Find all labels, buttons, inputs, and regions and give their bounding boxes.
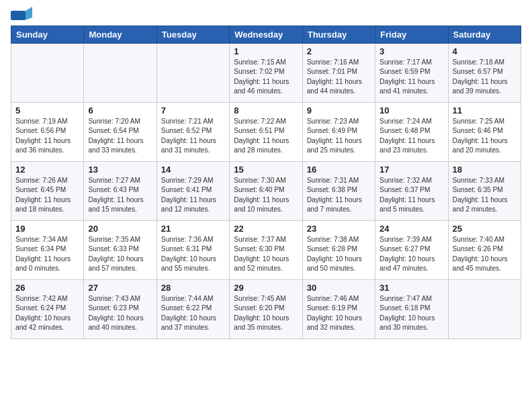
day-number: 13 (88, 165, 152, 175)
day-info: Sunrise: 7:40 AM Sunset: 6:26 PM Dayligh… (453, 235, 517, 273)
day-info: Sunrise: 7:45 AM Sunset: 6:20 PM Dayligh… (234, 294, 298, 332)
calendar-cell: 4Sunrise: 7:18 AM Sunset: 6:57 PM Daylig… (448, 44, 521, 103)
day-number: 27 (88, 283, 152, 293)
day-number: 5 (15, 105, 79, 116)
day-info: Sunrise: 7:37 AM Sunset: 6:30 PM Dayligh… (234, 235, 298, 273)
logo (11, 7, 35, 21)
calendar-cell: 3Sunrise: 7:17 AM Sunset: 6:59 PM Daylig… (375, 44, 448, 103)
day-number: 30 (307, 283, 371, 293)
calendar-cell: 29Sunrise: 7:45 AM Sunset: 6:20 PM Dayli… (230, 280, 302, 339)
week-row-4: 26Sunrise: 7:42 AM Sunset: 6:24 PM Dayli… (11, 280, 521, 339)
calendar-cell: 13Sunrise: 7:27 AM Sunset: 6:43 PM Dayli… (84, 162, 157, 221)
calendar-cell: 14Sunrise: 7:29 AM Sunset: 6:41 PM Dayli… (157, 162, 229, 221)
day-number: 10 (380, 105, 443, 116)
day-number: 21 (161, 224, 225, 234)
day-number: 12 (15, 165, 79, 175)
calendar-cell (157, 44, 229, 103)
weekday-header-monday: Monday (84, 26, 157, 44)
weekday-header-tuesday: Tuesday (157, 26, 229, 44)
day-number: 25 (453, 224, 517, 234)
day-number: 4 (453, 46, 517, 56)
day-number: 15 (234, 165, 298, 175)
calendar-cell: 27Sunrise: 7:43 AM Sunset: 6:23 PM Dayli… (84, 280, 157, 339)
day-number: 11 (453, 105, 517, 116)
day-number: 9 (307, 105, 371, 116)
weekday-header-sunday: Sunday (11, 26, 84, 44)
day-number: 24 (380, 224, 443, 234)
day-info: Sunrise: 7:15 AM Sunset: 7:02 PM Dayligh… (234, 58, 298, 96)
day-info: Sunrise: 7:43 AM Sunset: 6:23 PM Dayligh… (88, 294, 152, 332)
day-info: Sunrise: 7:20 AM Sunset: 6:54 PM Dayligh… (88, 117, 152, 155)
day-number: 22 (234, 224, 298, 234)
weekday-header-saturday: Saturday (448, 26, 521, 44)
calendar-cell: 2Sunrise: 7:16 AM Sunset: 7:01 PM Daylig… (302, 44, 375, 103)
day-info: Sunrise: 7:38 AM Sunset: 6:28 PM Dayligh… (307, 235, 371, 273)
calendar-cell: 25Sunrise: 7:40 AM Sunset: 6:26 PM Dayli… (448, 221, 521, 280)
calendar-cell: 21Sunrise: 7:36 AM Sunset: 6:31 PM Dayli… (157, 221, 229, 280)
calendar-cell: 10Sunrise: 7:24 AM Sunset: 6:48 PM Dayli… (375, 103, 448, 162)
day-info: Sunrise: 7:25 AM Sunset: 6:46 PM Dayligh… (453, 117, 517, 155)
day-number: 26 (15, 283, 79, 293)
day-number: 19 (15, 224, 79, 234)
calendar-cell: 11Sunrise: 7:25 AM Sunset: 6:46 PM Dayli… (448, 103, 521, 162)
svg-marker-1 (26, 7, 32, 20)
week-row-2: 12Sunrise: 7:26 AM Sunset: 6:45 PM Dayli… (11, 162, 521, 221)
calendar-cell: 24Sunrise: 7:39 AM Sunset: 6:27 PM Dayli… (375, 221, 448, 280)
day-info: Sunrise: 7:17 AM Sunset: 6:59 PM Dayligh… (380, 58, 443, 96)
day-info: Sunrise: 7:22 AM Sunset: 6:51 PM Dayligh… (234, 117, 298, 155)
day-number: 1 (234, 46, 298, 56)
day-number: 8 (234, 105, 298, 116)
header (11, 7, 521, 21)
day-number: 23 (307, 224, 371, 234)
day-info: Sunrise: 7:44 AM Sunset: 6:22 PM Dayligh… (161, 294, 225, 332)
calendar-cell: 12Sunrise: 7:26 AM Sunset: 6:45 PM Dayli… (11, 162, 84, 221)
page: SundayMondayTuesdayWednesdayThursdayFrid… (0, 0, 532, 411)
calendar-cell: 1Sunrise: 7:15 AM Sunset: 7:02 PM Daylig… (230, 44, 302, 103)
weekday-header-row: SundayMondayTuesdayWednesdayThursdayFrid… (11, 26, 521, 44)
calendar-cell: 19Sunrise: 7:34 AM Sunset: 6:34 PM Dayli… (11, 221, 84, 280)
calendar-cell: 5Sunrise: 7:19 AM Sunset: 6:56 PM Daylig… (11, 103, 84, 162)
logo-icon (11, 7, 32, 21)
calendar-cell (84, 44, 157, 103)
day-number: 20 (88, 224, 152, 234)
calendar-cell: 23Sunrise: 7:38 AM Sunset: 6:28 PM Dayli… (302, 221, 375, 280)
calendar-cell: 18Sunrise: 7:33 AM Sunset: 6:35 PM Dayli… (448, 162, 521, 221)
day-info: Sunrise: 7:35 AM Sunset: 6:33 PM Dayligh… (88, 235, 152, 273)
day-number: 3 (380, 46, 443, 56)
day-info: Sunrise: 7:47 AM Sunset: 6:18 PM Dayligh… (380, 294, 443, 332)
calendar-cell: 28Sunrise: 7:44 AM Sunset: 6:22 PM Dayli… (157, 280, 229, 339)
calendar-cell (448, 280, 521, 339)
day-info: Sunrise: 7:21 AM Sunset: 6:52 PM Dayligh… (161, 117, 225, 155)
day-info: Sunrise: 7:34 AM Sunset: 6:34 PM Dayligh… (15, 235, 79, 273)
day-info: Sunrise: 7:36 AM Sunset: 6:31 PM Dayligh… (161, 235, 225, 273)
day-info: Sunrise: 7:30 AM Sunset: 6:40 PM Dayligh… (234, 176, 298, 214)
calendar-cell: 30Sunrise: 7:46 AM Sunset: 6:19 PM Dayli… (302, 280, 375, 339)
calendar-cell: 31Sunrise: 7:47 AM Sunset: 6:18 PM Dayli… (375, 280, 448, 339)
day-info: Sunrise: 7:16 AM Sunset: 7:01 PM Dayligh… (307, 58, 371, 96)
day-info: Sunrise: 7:18 AM Sunset: 6:57 PM Dayligh… (453, 58, 517, 96)
calendar-cell: 16Sunrise: 7:31 AM Sunset: 6:38 PM Dayli… (302, 162, 375, 221)
day-info: Sunrise: 7:46 AM Sunset: 6:19 PM Dayligh… (307, 294, 371, 332)
day-number: 31 (380, 283, 443, 293)
calendar-cell: 6Sunrise: 7:20 AM Sunset: 6:54 PM Daylig… (84, 103, 157, 162)
day-number: 28 (161, 283, 225, 293)
day-info: Sunrise: 7:29 AM Sunset: 6:41 PM Dayligh… (161, 176, 225, 214)
day-info: Sunrise: 7:23 AM Sunset: 6:49 PM Dayligh… (307, 117, 371, 155)
calendar-cell: 8Sunrise: 7:22 AM Sunset: 6:51 PM Daylig… (230, 103, 302, 162)
day-number: 2 (307, 46, 371, 56)
weekday-header-friday: Friday (375, 26, 448, 44)
week-row-1: 5Sunrise: 7:19 AM Sunset: 6:56 PM Daylig… (11, 103, 521, 162)
day-info: Sunrise: 7:39 AM Sunset: 6:27 PM Dayligh… (380, 235, 443, 273)
day-info: Sunrise: 7:19 AM Sunset: 6:56 PM Dayligh… (15, 117, 79, 155)
calendar-cell (11, 44, 84, 103)
calendar-cell: 7Sunrise: 7:21 AM Sunset: 6:52 PM Daylig… (157, 103, 229, 162)
day-info: Sunrise: 7:24 AM Sunset: 6:48 PM Dayligh… (380, 117, 443, 155)
calendar-cell: 15Sunrise: 7:30 AM Sunset: 6:40 PM Dayli… (230, 162, 302, 221)
day-info: Sunrise: 7:26 AM Sunset: 6:45 PM Dayligh… (15, 176, 79, 214)
day-number: 6 (88, 105, 152, 116)
calendar-cell: 26Sunrise: 7:42 AM Sunset: 6:24 PM Dayli… (11, 280, 84, 339)
day-number: 18 (453, 165, 517, 175)
day-number: 16 (307, 165, 371, 175)
day-info: Sunrise: 7:27 AM Sunset: 6:43 PM Dayligh… (88, 176, 152, 214)
calendar-cell: 20Sunrise: 7:35 AM Sunset: 6:33 PM Dayli… (84, 221, 157, 280)
